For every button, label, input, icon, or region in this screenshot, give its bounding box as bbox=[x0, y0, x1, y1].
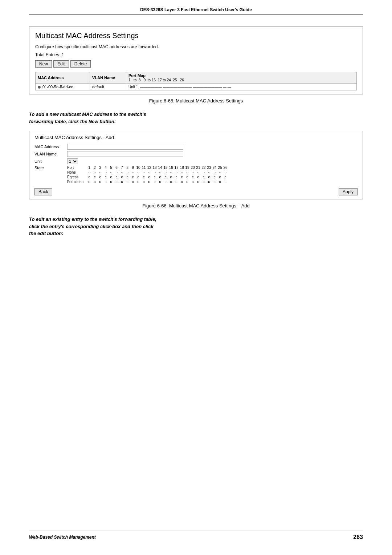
port-row-label: Port bbox=[67, 166, 87, 170]
settings-description: Configure how specific multicast MAC add… bbox=[35, 44, 357, 49]
forbidden-row: Forbidden c c c c c c c c c c c c bbox=[67, 180, 228, 184]
vlan-name-label: VLAN Name bbox=[34, 152, 67, 156]
figure65-settings-box: Multicast MAC Address Settings Configure… bbox=[29, 26, 363, 94]
forbidden-label: Forbidden bbox=[67, 180, 87, 184]
mac-address-label: MAC Address bbox=[34, 145, 67, 149]
mac-address-input[interactable] bbox=[67, 144, 183, 150]
delete-button[interactable]: Delete bbox=[70, 60, 91, 68]
col-port-map: Port Map 1 to 8 9 to 16 17 to 24 25 26 bbox=[126, 72, 357, 84]
italic-paragraph-2: To edit an existing entry to the switch'… bbox=[29, 216, 363, 237]
forbidden-radios: c c c c c c c c c c c c c c c bbox=[87, 180, 228, 184]
footer-page-number: 263 bbox=[353, 534, 363, 540]
page-footer: Web-Based Switch Management 263 bbox=[29, 531, 363, 540]
mac-address-row: MAC Address bbox=[34, 144, 358, 150]
port-state-container: Port 1 2 3 4 5 6 7 8 9 10 11 12 1 bbox=[67, 166, 228, 185]
none-row: None ○ ○ ○ ○ ○ ○ ○ ○ ○ ○ ○ ○ ○ bbox=[67, 170, 228, 174]
new-button[interactable]: New bbox=[35, 60, 52, 68]
add-box-footer: Back Apply bbox=[34, 188, 358, 195]
state-label: State bbox=[34, 166, 67, 170]
figure66-caption: Figure 6-66. Multicast MAC Address Setti… bbox=[29, 203, 363, 208]
port-numbers-row: Port 1 2 3 4 5 6 7 8 9 10 11 12 1 bbox=[67, 166, 228, 170]
figure65-caption: Figure 6-65. Multicast MAC Address Setti… bbox=[29, 98, 363, 104]
none-radios: ○ ○ ○ ○ ○ ○ ○ ○ ○ ○ ○ ○ ○ ○ ○ bbox=[87, 170, 228, 174]
mac-address-table: MAC Address VLAN Name Port Map 1 to 8 9 … bbox=[35, 72, 357, 90]
port-map-dashes: —————— ———————— ———————— — — bbox=[140, 85, 231, 89]
action-buttons: New Edit Delete bbox=[35, 60, 357, 68]
total-entries: Total Entries: 1 bbox=[35, 52, 357, 57]
add-box-title: Multicast MAC Address Settings - Add bbox=[34, 135, 358, 140]
back-button[interactable]: Back bbox=[34, 188, 52, 195]
unit-select[interactable]: 1 bbox=[67, 158, 78, 164]
vlan-name-input[interactable] bbox=[67, 151, 183, 157]
row-radio[interactable] bbox=[38, 86, 41, 89]
vlan-name-row: VLAN Name bbox=[34, 151, 358, 157]
header-title: DES-3326S Layer 3 Fast Ethernet Switch U… bbox=[140, 7, 252, 12]
row-mac-address: 01-00-5e-ff-dd-cc bbox=[42, 85, 73, 89]
row-mac-cell: 01-00-5e-ff-dd-cc bbox=[36, 84, 90, 90]
footer-left-text: Web-Based Switch Management bbox=[29, 535, 96, 540]
none-label: None bbox=[67, 170, 87, 174]
egress-label: Egress bbox=[67, 175, 87, 179]
unit-label: Unit bbox=[34, 159, 67, 163]
egress-radios: c c c c c c c c c c c c c c c bbox=[87, 175, 228, 179]
port-numbers: 1 2 3 4 5 6 7 8 9 10 11 12 13 14 bbox=[87, 166, 228, 170]
page-header: DES-3326S Layer 3 Fast Ethernet Switch U… bbox=[29, 7, 363, 15]
row-port-map: Unit 1 —————— ———————— ———————— — — bbox=[126, 84, 357, 90]
state-row: State Port 1 2 3 4 5 6 7 8 9 10 bbox=[34, 166, 358, 185]
col-mac-address: MAC Address bbox=[36, 72, 90, 84]
port-map-numbers: 1 to 8 9 to 16 17 to 24 25 26 bbox=[128, 78, 184, 82]
unit-row: Unit 1 bbox=[34, 158, 358, 164]
col-vlan-name: VLAN Name bbox=[90, 72, 126, 84]
italic-paragraph-1: To add a new multicast MAC address to th… bbox=[29, 111, 363, 125]
apply-button[interactable]: Apply bbox=[339, 188, 358, 195]
figure66-add-box: Multicast MAC Address Settings - Add MAC… bbox=[29, 131, 363, 199]
settings-box-title: Multicast MAC Address Settings bbox=[35, 32, 357, 40]
table-row: 01-00-5e-ff-dd-cc default Unit 1 —————— … bbox=[36, 84, 357, 90]
row-vlan-name: default bbox=[90, 84, 126, 90]
edit-button[interactable]: Edit bbox=[53, 60, 69, 68]
egress-row: Egress c c c c c c c c c c c c c bbox=[67, 175, 228, 179]
